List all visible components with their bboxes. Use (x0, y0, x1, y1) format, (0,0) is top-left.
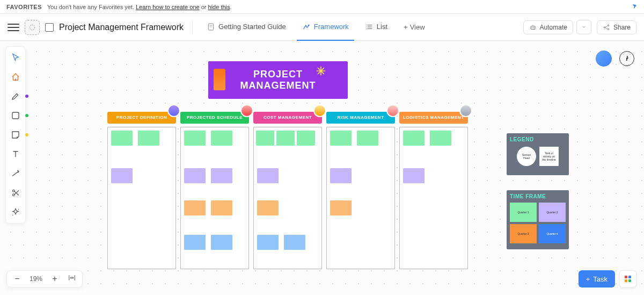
sticky-note[interactable] (257, 168, 279, 183)
tab-list[interactable]: List (360, 14, 393, 41)
learn-favorites-link[interactable]: Learn how to create one (136, 4, 200, 10)
fit-width-button[interactable] (67, 274, 77, 284)
column-body[interactable] (180, 127, 249, 269)
column-body[interactable] (107, 127, 176, 269)
help-icon[interactable]: i i (619, 51, 634, 66)
user-avatar[interactable] (596, 51, 612, 67)
sticky-note[interactable] (430, 131, 451, 146)
svg-point-10 (366, 28, 367, 28)
ai-tool[interactable] (9, 206, 22, 219)
robot-icon (529, 24, 537, 31)
svg-point-9 (366, 26, 367, 27)
svg-point-12 (531, 27, 532, 28)
column-header[interactable]: COST MANAGEMENT (253, 112, 322, 124)
column-header[interactable]: PROJECTED SCHEDULE (180, 112, 249, 124)
column-projected-schedule[interactable]: PROJECTED SCHEDULE (180, 112, 249, 269)
sticky-note[interactable] (330, 131, 352, 146)
sticky-note[interactable] (403, 131, 425, 146)
svg-rect-20 (12, 112, 19, 119)
share-button[interactable]: Share (597, 20, 636, 34)
sticky-note[interactable] (184, 168, 206, 183)
column-header[interactable]: RISK MANAGEMENT (326, 112, 395, 124)
text-tool[interactable] (9, 148, 22, 161)
column-cost-management[interactable]: COST MANAGEMENT (253, 112, 322, 269)
menu-icon[interactable] (8, 21, 19, 33)
new-task-button[interactable]: + Task (579, 270, 615, 287)
automate-dropdown[interactable] (576, 20, 591, 34)
pin-icon[interactable] (631, 3, 638, 11)
column-risk-management[interactable]: RISK MANAGEMENT (326, 112, 395, 269)
image-tool-btn[interactable] (11, 293, 24, 295)
home-tool[interactable] (9, 70, 22, 83)
avatar[interactable] (167, 104, 180, 117)
sticky-note[interactable] (138, 131, 159, 146)
shape-tool[interactable] (9, 109, 22, 122)
bottom-right-controls: + Task (579, 270, 636, 287)
column-body[interactable] (399, 127, 468, 269)
sticky-note[interactable] (211, 168, 232, 183)
legend-circle[interactable]: Section Head (517, 147, 536, 166)
column-header[interactable]: LOGISTICS MANAGEMENT (399, 112, 468, 124)
sticky-note[interactable] (257, 235, 279, 250)
sticky-note[interactable] (211, 131, 232, 146)
cursor-tool[interactable] (9, 51, 22, 64)
connector-tool[interactable] (9, 167, 22, 180)
sticky-note[interactable] (297, 131, 315, 146)
sticky-note[interactable] (403, 168, 425, 183)
sticky-note[interactable] (357, 131, 378, 146)
add-view-button[interactable]: + View (398, 23, 430, 31)
svg-point-24 (12, 215, 13, 216)
divider (192, 21, 193, 34)
column-header[interactable]: PROJECT DEFINITION (107, 112, 176, 124)
legend-title: LEGEND (510, 136, 566, 142)
sticky-tool[interactable] (9, 128, 22, 141)
avatar[interactable] (240, 104, 253, 117)
legend-panel[interactable]: LEGEND Section Head Task or activity on … (507, 133, 569, 175)
timeframe-panel[interactable]: TIME FRAME Quarter 1 Quarter 2 Quarter 3… (507, 190, 569, 249)
tab-label: List (377, 23, 387, 31)
timeframe-q4[interactable]: Quarter 4 (539, 224, 566, 243)
sticky-note[interactable] (211, 235, 232, 250)
avatar[interactable] (313, 104, 326, 117)
sticky-note[interactable] (111, 168, 133, 183)
timeframe-q2[interactable]: Quarter 2 (539, 203, 566, 222)
sticky-note[interactable] (330, 200, 352, 215)
column-logistics-management[interactable]: LOGISTICS MANAGEMENT (399, 112, 468, 269)
tab-getting-started[interactable]: Getting Started Guide (201, 14, 291, 41)
doc-icon[interactable] (45, 23, 54, 32)
scissors-tool[interactable] (9, 186, 22, 199)
top-right-controls: i i (596, 51, 634, 67)
sticky-note[interactable] (111, 131, 133, 146)
column-body[interactable] (253, 127, 322, 269)
header: Project Management Framework Getting Sta… (0, 14, 644, 41)
sticky-note[interactable] (184, 131, 206, 146)
automate-button[interactable]: Automate (523, 20, 573, 34)
column-project-definition[interactable]: PROJECT DEFINITION (107, 112, 176, 269)
sticky-note[interactable] (211, 200, 232, 215)
hide-favorites-link[interactable]: hide this (208, 4, 230, 10)
sticky-note[interactable] (330, 168, 352, 183)
timeframe-q3[interactable]: Quarter 3 (510, 224, 537, 243)
column-body[interactable] (326, 127, 395, 269)
zoom-out-button[interactable]: − (12, 274, 22, 284)
avatar[interactable] (386, 104, 399, 117)
legend-square[interactable]: Task or activity on the timeline (539, 147, 559, 166)
sticky-note[interactable] (257, 200, 279, 215)
sticky-note[interactable] (276, 131, 295, 146)
svg-point-4 (308, 25, 310, 26)
zoom-level[interactable]: 19% (30, 275, 42, 283)
page-title[interactable]: Project Management Framework (59, 23, 184, 32)
workspace-icon[interactable] (25, 20, 40, 35)
zoom-in-button[interactable]: + (50, 274, 60, 284)
sticky-note[interactable] (284, 235, 305, 250)
timeframe-q1[interactable]: Quarter 1 (510, 203, 537, 222)
apps-button[interactable] (619, 270, 636, 287)
sticky-note[interactable] (184, 235, 206, 250)
avatar[interactable] (459, 104, 472, 117)
whiteboard-canvas[interactable]: − 19% + PROJECT MANAGEMENT PROJECT DEFIN… (0, 41, 644, 295)
pen-tool[interactable] (9, 90, 22, 103)
sticky-note[interactable] (184, 200, 206, 215)
tab-framework[interactable]: Framework (297, 14, 354, 41)
banner[interactable]: PROJECT MANAGEMENT (208, 61, 348, 99)
sticky-note[interactable] (256, 131, 274, 146)
